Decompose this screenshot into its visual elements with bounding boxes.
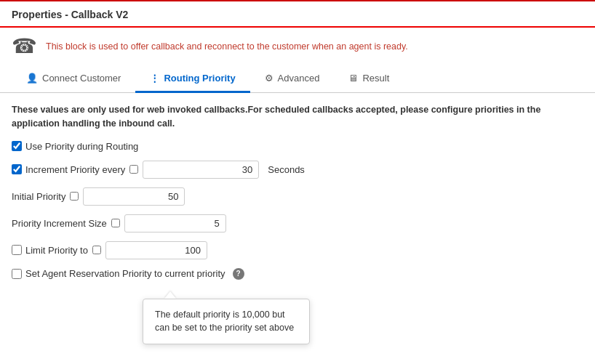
increment-priority-row: Increment Priority every 30 Seconds [12, 161, 583, 179]
tooltip-text: The default priority is 10,000 but can b… [155, 310, 294, 333]
increment-priority-label[interactable]: Increment Priority every [12, 164, 125, 175]
priority-increment-size-checkbox[interactable] [111, 219, 120, 227]
tab-bar: 👤 Connect Customer ⋮ Routing Priority ⚙ … [0, 65, 595, 93]
warning-text: These values are only used for web invok… [12, 105, 540, 129]
limit-priority-input[interactable]: 100 [105, 241, 207, 259]
use-priority-text: Use Priority during Routing [25, 141, 138, 152]
priority-increment-size-row: Priority Increment Size 5 [12, 214, 583, 232]
agent-reservation-label[interactable]: Set Agent Reservation Priority to curren… [12, 268, 225, 279]
increment-priority-input[interactable]: 30 [143, 161, 259, 179]
info-banner: ☎︎ This block is used to offer callback … [0, 28, 595, 62]
tab-advanced[interactable]: ⚙ Advanced [250, 65, 335, 93]
connect-customer-icon: 👤 [26, 73, 38, 84]
initial-priority-input[interactable]: 50 [83, 187, 185, 206]
priority-increment-size-text: Priority Increment Size [12, 218, 107, 229]
tab-routing-priority[interactable]: ⋮ Routing Priority [135, 65, 249, 93]
tab-advanced-label: Advanced [278, 73, 320, 84]
info-text: This block is used to offer callback and… [46, 41, 408, 52]
routing-priority-icon: ⋮ [150, 73, 159, 84]
tab-connect-customer-label: Connect Customer [42, 73, 121, 84]
tooltip-arrow [164, 291, 176, 299]
priority-increment-size-label: Priority Increment Size [12, 218, 107, 229]
limit-priority-secondary-checkbox[interactable] [92, 246, 101, 254]
priority-increment-size-input[interactable]: 5 [124, 214, 226, 232]
tooltip-container: The default priority is 10,000 but can b… [143, 291, 310, 345]
increment-priority-text: Increment Priority every [25, 164, 125, 175]
limit-priority-text: Limit Priority to [25, 245, 88, 256]
increment-priority-secondary-checkbox[interactable] [129, 165, 138, 174]
result-icon: 🖥 [348, 73, 358, 84]
window-title: Properties - Callback V2 [12, 9, 128, 20]
advanced-icon: ⚙ [265, 73, 273, 84]
use-priority-checkbox[interactable] [12, 141, 22, 151]
limit-priority-label[interactable]: Limit Priority to [12, 245, 88, 256]
warning-note: These values are only used for web invok… [12, 103, 583, 131]
seconds-label: Seconds [268, 164, 305, 175]
agent-reservation-row: Set Agent Reservation Priority to curren… [12, 268, 583, 280]
initial-priority-text: Initial Priority [12, 191, 65, 202]
initial-priority-checkbox[interactable] [70, 192, 79, 201]
increment-priority-checkbox[interactable] [12, 164, 22, 174]
initial-priority-row: Initial Priority 50 [12, 187, 583, 206]
use-priority-row: Use Priority during Routing [12, 141, 583, 152]
tab-routing-priority-label: Routing Priority [164, 73, 235, 84]
help-icon[interactable]: ? [233, 268, 244, 280]
limit-priority-checkbox[interactable] [12, 245, 22, 255]
main-content: These values are only used for web invok… [0, 93, 595, 355]
tooltip-box: The default priority is 10,000 but can b… [143, 299, 310, 345]
tab-connect-customer[interactable]: 👤 Connect Customer [12, 65, 135, 93]
callback-icon: ☎︎ [12, 36, 37, 57]
initial-priority-label: Initial Priority [12, 191, 65, 202]
use-priority-label[interactable]: Use Priority during Routing [12, 141, 138, 152]
tab-result-label: Result [362, 73, 389, 84]
agent-reservation-checkbox[interactable] [12, 269, 22, 279]
limit-priority-row: Limit Priority to 100 [12, 241, 583, 259]
agent-reservation-text: Set Agent Reservation Priority to curren… [25, 268, 225, 279]
tab-result[interactable]: 🖥 Result [334, 65, 404, 93]
